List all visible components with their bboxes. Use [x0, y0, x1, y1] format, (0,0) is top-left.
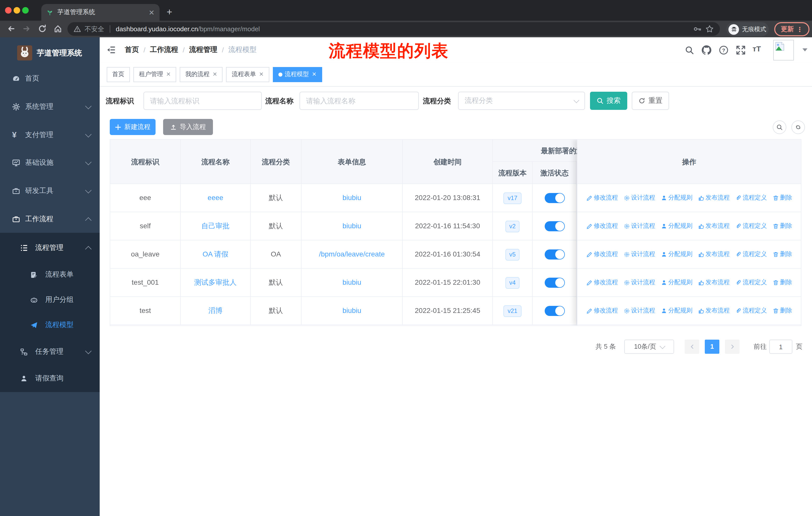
sidebar-item-home[interactable]: 首页 — [0, 65, 100, 92]
goto-page-input[interactable] — [769, 340, 792, 354]
cell-form-link[interactable]: biubiu — [301, 269, 403, 296]
next-page-button[interactable] — [725, 340, 740, 354]
active-toggle[interactable] — [545, 306, 564, 316]
sidebar-item-user-group[interactable]: 用户分组 — [0, 287, 100, 313]
cell-form-link[interactable]: biubiu — [301, 212, 403, 240]
sidebar-item-task-management[interactable]: 任务管理 — [0, 338, 100, 365]
close-icon[interactable]: ✕ — [212, 71, 217, 78]
sidebar-item-process-model[interactable]: 流程模型 — [0, 312, 100, 338]
import-process-button[interactable]: 导入流程 — [163, 119, 213, 135]
deploy-process-action[interactable]: 发布流程 — [698, 222, 730, 230]
tag-home[interactable]: 首页 — [107, 67, 130, 82]
filter-category-select[interactable]: 流程分类 — [458, 92, 585, 110]
version-badge[interactable]: v4 — [505, 277, 520, 289]
process-definition-action[interactable]: 流程定义 — [735, 278, 767, 287]
breadcrumb-home[interactable]: 首页 — [125, 45, 139, 54]
active-toggle[interactable] — [545, 221, 564, 231]
delete-action[interactable]: 删除 — [773, 306, 792, 315]
design-process-action[interactable]: 设计流程 — [624, 250, 655, 259]
active-toggle[interactable] — [545, 193, 564, 203]
deploy-process-action[interactable]: 发布流程 — [698, 250, 730, 259]
cell-form-link[interactable]: /bpm/oa/leave/create — [301, 240, 403, 268]
tag-process-model[interactable]: 流程模型✕ — [272, 67, 322, 82]
refresh-table-button[interactable] — [791, 120, 805, 134]
cell-form-link[interactable]: biubiu — [301, 184, 403, 212]
home-icon[interactable] — [53, 24, 62, 33]
assign-rule-action[interactable]: 分配规则 — [661, 250, 692, 259]
font-size-icon[interactable]: ᴛT — [753, 44, 761, 53]
close-icon[interactable]: ✕ — [166, 71, 171, 78]
search-icon[interactable] — [685, 45, 694, 55]
design-process-action[interactable]: 设计流程 — [624, 306, 655, 315]
tag-my-process[interactable]: 我的流程✕ — [180, 67, 223, 82]
edit-process-action[interactable]: 修改流程 — [586, 306, 618, 315]
sidebar-item-system[interactable]: 系统管理 — [0, 94, 100, 120]
breadcrumb-process-management[interactable]: 流程管理 — [189, 45, 218, 54]
back-icon[interactable] — [6, 24, 16, 33]
help-icon[interactable]: ? — [719, 45, 728, 55]
update-button[interactable]: 更新⋮ — [774, 22, 810, 36]
design-process-action[interactable]: 设计流程 — [624, 193, 655, 202]
active-toggle[interactable] — [545, 277, 564, 288]
edit-process-action[interactable]: 修改流程 — [586, 193, 618, 202]
delete-action[interactable]: 删除 — [773, 278, 792, 287]
design-process-action[interactable]: 设计流程 — [624, 222, 655, 230]
deploy-process-action[interactable]: 发布流程 — [698, 306, 730, 315]
filter-key-input[interactable] — [143, 92, 262, 110]
filter-name-input[interactable] — [299, 92, 419, 110]
edit-process-action[interactable]: 修改流程 — [586, 278, 618, 287]
close-icon[interactable]: ✕ — [259, 71, 264, 78]
avatar-caret-icon[interactable] — [803, 48, 808, 51]
url-bar[interactable]: 不安全 dashboard.yudao.iocoder.cn/bpm/manag… — [67, 22, 720, 36]
design-process-action[interactable]: 设计流程 — [624, 278, 655, 287]
avatar[interactable] — [773, 40, 794, 60]
process-definition-action[interactable]: 流程定义 — [735, 193, 767, 202]
security-label[interactable]: 不安全 — [85, 24, 104, 33]
sidebar-item-workflow[interactable]: 工作流程 — [0, 206, 100, 232]
sidebar-item-process-form[interactable]: 流程表单 — [0, 262, 100, 288]
current-page[interactable]: 1 — [705, 340, 719, 354]
delete-action[interactable]: 删除 — [773, 193, 792, 202]
process-definition-action[interactable]: 流程定义 — [735, 306, 767, 315]
bookmark-star-icon[interactable] — [705, 25, 714, 33]
assign-rule-action[interactable]: 分配规则 — [661, 222, 692, 230]
browser-menu-icon[interactable]: ⋮ — [796, 25, 803, 33]
sidebar-fold-icon[interactable] — [107, 45, 116, 54]
cell-process-name-link[interactable]: 滔博 — [181, 297, 251, 325]
cell-process-name-link[interactable]: 自己审批 — [181, 212, 251, 240]
url-text[interactable]: dashboard.yudao.iocoder.cn/bpm/manager/m… — [116, 25, 260, 33]
close-icon[interactable]: ✕ — [312, 71, 316, 78]
tab-close-icon[interactable]: ✕ — [149, 8, 154, 17]
page-size-select[interactable]: 10条/页 — [624, 340, 674, 354]
traffic-light-zoom[interactable] — [22, 7, 29, 13]
create-process-button[interactable]: 新建流程 — [110, 119, 155, 135]
new-tab-button[interactable]: + — [167, 5, 172, 19]
deploy-process-action[interactable]: 发布流程 — [698, 278, 730, 287]
cell-process-name-link[interactable]: 测试多审批人 — [181, 269, 251, 296]
github-icon[interactable] — [702, 45, 711, 55]
process-definition-action[interactable]: 流程定义 — [735, 222, 767, 230]
sidebar-item-process-management[interactable]: 流程管理 — [0, 235, 100, 261]
sidebar-item-leave-query[interactable]: 请假查询 — [0, 365, 100, 391]
reset-button[interactable]: 重置 — [632, 92, 669, 110]
search-button[interactable]: 搜索 — [590, 92, 627, 110]
reload-icon[interactable] — [38, 24, 47, 33]
active-toggle[interactable] — [545, 249, 564, 259]
key-icon[interactable] — [693, 25, 702, 33]
version-badge[interactable]: v17 — [504, 192, 522, 204]
version-badge[interactable]: v5 — [505, 249, 520, 261]
traffic-light-close[interactable] — [5, 7, 11, 13]
delete-action[interactable]: 删除 — [773, 222, 792, 230]
sidebar-item-devtools[interactable]: 研发工具 — [0, 178, 100, 204]
assign-rule-action[interactable]: 分配规则 — [661, 193, 692, 202]
breadcrumb-workflow[interactable]: 工作流程 — [150, 45, 178, 54]
assign-rule-action[interactable]: 分配规则 — [661, 278, 692, 287]
deploy-process-action[interactable]: 发布流程 — [698, 193, 730, 202]
tag-tenant[interactable]: 租户管理✕ — [134, 67, 176, 82]
edit-process-action[interactable]: 修改流程 — [586, 222, 618, 230]
forward-icon[interactable] — [22, 24, 31, 33]
edit-process-action[interactable]: 修改流程 — [586, 250, 618, 259]
sidebar-item-infrastructure[interactable]: 基础设施 — [0, 150, 100, 176]
sidebar-item-payment[interactable]: ¥ 支付管理 — [0, 122, 100, 148]
tag-process-form[interactable]: 流程表单✕ — [226, 67, 269, 82]
